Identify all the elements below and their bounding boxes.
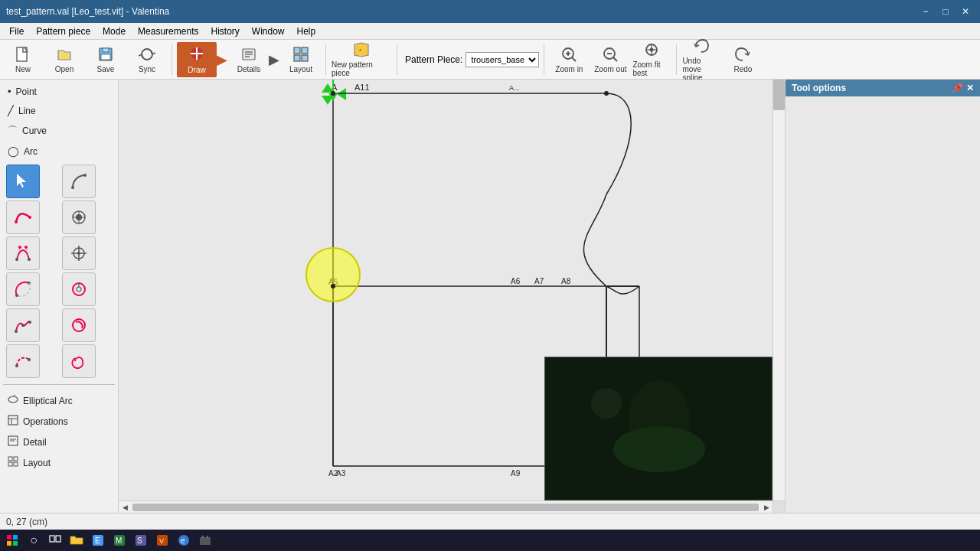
svg-point-102 <box>331 284 335 289</box>
new-pattern-piece-icon: + <box>351 41 371 60</box>
svg-line-20 <box>572 57 576 61</box>
menu-window[interactable]: Window <box>246 24 291 38</box>
draw-button[interactable]: Draw <box>177 42 217 77</box>
maximize-button[interactable]: □ <box>937 3 954 20</box>
detail-icon <box>8 435 18 448</box>
circle-arc-tool-button[interactable] <box>62 272 96 306</box>
layout-icon <box>292 46 309 65</box>
new-button[interactable]: New <box>3 42 43 77</box>
zoom-out-button[interactable]: Zoom out <box>590 42 630 77</box>
zoom-in-icon <box>560 46 577 65</box>
pattern-piece-label: Pattern Piece: <box>405 54 462 65</box>
svg-text:A11: A11 <box>354 83 370 92</box>
save-button[interactable]: Save <box>86 42 126 77</box>
svg-text:+: + <box>358 47 362 54</box>
redo-icon <box>734 46 751 65</box>
svg-text:A...: A... <box>509 84 520 92</box>
canvas-area[interactable]: A A11 A... A5 A6 A7 A8 A2 A3 A9 A10A8 <box>119 80 785 513</box>
separator-1 <box>172 44 172 75</box>
circle-tool-button[interactable] <box>62 308 96 342</box>
vertical-scroll-thumb[interactable] <box>773 80 785 110</box>
svg-point-39 <box>15 258 18 261</box>
zoom-in-button[interactable]: Zoom in <box>549 42 589 77</box>
details-arrow: ▶ <box>269 51 279 68</box>
search-button[interactable]: ○ <box>24 531 43 549</box>
panel-layout[interactable]: Layout <box>3 453 115 472</box>
zoom-fit-best-button[interactable]: Zoom fit best <box>632 42 671 77</box>
svg-point-46 <box>77 252 80 255</box>
panel-curve[interactable]: ⌒ Curve <box>3 121 115 141</box>
svg-point-52 <box>15 330 18 333</box>
redo-button[interactable]: Redo <box>723 42 763 77</box>
taskbar-app-6[interactable] <box>196 531 214 549</box>
point-tool-button[interactable] <box>62 201 96 234</box>
horizontal-scrollbar[interactable]: ◀ ▶ <box>119 500 773 513</box>
panel-detail[interactable]: Detail <box>3 432 115 452</box>
separator-5 <box>676 44 677 75</box>
svg-rect-3 <box>103 48 109 52</box>
open-button[interactable]: Open <box>44 42 84 77</box>
svg-point-99 <box>306 248 360 302</box>
start-button[interactable] <box>3 531 21 549</box>
svg-text:e: e <box>181 536 185 545</box>
spline-path-tool-button[interactable] <box>6 308 40 342</box>
pattern-piece-select[interactable]: trousers_base <box>466 52 539 67</box>
separator-3 <box>397 44 397 75</box>
minimize-button[interactable]: − <box>917 3 934 20</box>
sync-button[interactable]: Sync <box>127 42 167 77</box>
svg-rect-112 <box>13 541 18 546</box>
bezier-tool-button[interactable] <box>6 236 40 270</box>
spiral-tool-button[interactable] <box>62 344 96 378</box>
path-tool-button[interactable] <box>6 344 40 378</box>
new-pattern-piece-button[interactable]: + New pattern piece <box>331 42 392 77</box>
svg-text:E: E <box>95 536 100 545</box>
menu-help[interactable]: Help <box>291 24 322 38</box>
spline-tool-button[interactable] <box>6 201 40 234</box>
panel-arc[interactable]: ◯ Arc <box>3 142 115 160</box>
pin-button[interactable]: 📌 <box>952 83 963 93</box>
crosshair-tool-button[interactable] <box>62 236 96 270</box>
task-view-button[interactable] <box>46 531 64 549</box>
svg-rect-14 <box>294 55 300 61</box>
svg-marker-28 <box>17 174 26 187</box>
panel-elliptical-arc[interactable]: Elliptical Arc <box>3 391 115 410</box>
layout-button[interactable]: Layout <box>281 42 321 77</box>
svg-text:A9: A9 <box>511 469 521 478</box>
menu-file[interactable]: File <box>3 24 30 38</box>
svg-point-40 <box>28 258 31 261</box>
svg-rect-110 <box>13 535 18 540</box>
svg-rect-67 <box>14 457 18 461</box>
menu-measurements[interactable]: Measurements <box>132 24 204 38</box>
svg-line-23 <box>613 57 617 61</box>
taskbar-app-1[interactable]: E <box>89 531 107 549</box>
menu-mode[interactable]: Mode <box>96 24 132 38</box>
details-button[interactable]: Details <box>229 42 269 77</box>
taskbar-app-3[interactable]: S <box>132 531 150 549</box>
svg-rect-113 <box>50 536 54 542</box>
toolbar: New Open Save Sync Draw ▶ Details ▶ <box>0 40 980 80</box>
taskbar-app-4[interactable]: V <box>153 531 172 549</box>
panel-operations[interactable]: Operations <box>3 412 115 431</box>
arrow-tool-button[interactable] <box>6 165 40 198</box>
undo-move-spline-button[interactable]: Undo move spline <box>681 42 721 77</box>
menu-history[interactable]: History <box>204 24 245 38</box>
horizontal-scroll-thumb[interactable] <box>132 504 759 511</box>
panel-line[interactable]: ╱ Line <box>3 102 115 119</box>
scroll-left-button[interactable]: ◀ <box>119 501 131 514</box>
menu-pattern-piece[interactable]: Pattern piece <box>30 24 96 38</box>
panel-point[interactable]: • Point <box>3 83 115 100</box>
separator-2 <box>325 44 326 75</box>
taskbar-app-5[interactable]: e <box>175 531 193 549</box>
scroll-right-button[interactable]: ▶ <box>760 501 773 514</box>
right-panel-close-button[interactable]: ✕ <box>966 83 974 93</box>
svg-point-31 <box>15 220 18 223</box>
vertical-scrollbar[interactable] <box>773 80 785 500</box>
taskbar-app-2[interactable]: M <box>110 531 129 549</box>
curve-tool-button-2[interactable] <box>62 165 96 198</box>
file-explorer-button[interactable] <box>67 531 86 549</box>
svg-rect-111 <box>7 541 11 546</box>
elliptical-arc-icon <box>8 394 18 407</box>
arc-tool-button-2[interactable] <box>6 272 40 306</box>
close-button[interactable]: ✕ <box>957 3 974 20</box>
svg-point-54 <box>28 321 31 324</box>
